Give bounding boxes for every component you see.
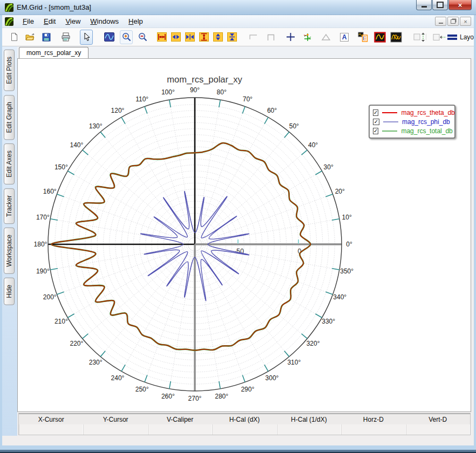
menu-help[interactable]: Help [124, 16, 148, 27]
angle-tick [50, 219, 58, 220]
multi-trace-button[interactable] [390, 30, 403, 44]
menu-edit[interactable]: Edit [39, 16, 60, 27]
angle-tick [145, 106, 147, 113]
mdi-restore-button[interactable] [447, 17, 459, 26]
save-button[interactable] [40, 30, 53, 44]
link-horizontal-button[interactable] [433, 30, 446, 44]
sidebar-tab-edit-plots[interactable]: Edit Plots [4, 50, 15, 91]
legend-row-mag-rcs-theta-db: ✓mag_rcs_theta_db [373, 108, 451, 117]
window-title: EM.Grid - [smom_tut3a] [17, 3, 91, 11]
svg-text:A: A [342, 33, 347, 41]
angle-label-280: 280° [215, 393, 228, 400]
angle-tick [315, 171, 322, 175]
legend-checkbox-mag-rcs-total-db[interactable]: ✓ [373, 128, 378, 134]
legend-row-mag-rcs-total-db: ✓mag_rcs_total_db [373, 126, 451, 135]
angle-label-0: 0° [346, 241, 352, 248]
angle-label-70: 70° [243, 95, 253, 103]
document-icon[interactable] [5, 17, 13, 26]
grid-spoke [145, 106, 193, 238]
angle-tick [50, 269, 58, 270]
plot-tab-mom-rcs-polar-xy[interactable]: mom_rcs_polar_xy [19, 47, 89, 58]
widen-x-button[interactable] [169, 30, 182, 44]
angle-tick [219, 381, 220, 389]
angle-label-260: 260° [161, 393, 175, 400]
zoom-out-button[interactable] [136, 30, 149, 44]
title-bar: EM.Grid - [smom_tut3a] × [0, 0, 476, 15]
zoom-in-button[interactable] [120, 30, 133, 44]
sidebar-tab-tracker[interactable]: Tracker [4, 188, 15, 224]
expand-x-button[interactable] [155, 30, 168, 44]
angle-tick [145, 375, 147, 382]
layout-button[interactable]: Layout [447, 33, 474, 41]
narrow-y-button[interactable] [226, 30, 239, 44]
sidebar-tab-workspace[interactable]: Workspace [4, 228, 15, 274]
region-select-button[interactable] [247, 30, 260, 44]
new-file-icon [10, 32, 19, 42]
status-column-h-cal-dx: H-Cal (dX) [212, 416, 276, 423]
sidebar-tab-edit-axes[interactable]: Edit Axes [4, 143, 15, 184]
open-file-button[interactable] [24, 30, 37, 44]
angle-tick [169, 381, 171, 389]
menu-view[interactable]: View [60, 16, 85, 27]
tracker-icon [303, 32, 312, 42]
chart-title: mom_rcs_polar_xy [167, 74, 242, 85]
rect-select-button[interactable] [264, 30, 277, 44]
new-file-button[interactable] [8, 30, 21, 44]
sidebar: Edit PlotsEdit GraphEdit AxesTrackerWork… [2, 46, 17, 436]
angle-tick [169, 100, 171, 107]
tracker-button[interactable] [301, 30, 314, 44]
single-trace-button[interactable] [373, 30, 386, 44]
angle-label-320: 320° [307, 340, 320, 347]
status-column-x-cursor: X-Cursor [19, 416, 83, 423]
narrow-x-button[interactable] [183, 30, 196, 44]
legend-editor-button[interactable] [356, 30, 369, 44]
angle-tick [57, 194, 64, 197]
sidebar-tab-edit-graph[interactable]: Edit Graph [4, 95, 15, 140]
plot-view-button[interactable] [103, 30, 115, 44]
angle-label-210: 210° [55, 318, 68, 325]
angle-tick [264, 117, 268, 123]
angle-tick [100, 132, 105, 138]
print-button[interactable] [59, 30, 72, 44]
angle-label-160: 160° [43, 188, 57, 195]
status-column-vert-d: Vert-D [406, 416, 470, 423]
pointer-tool-button[interactable] [80, 30, 93, 45]
widen-y-button[interactable] [212, 30, 225, 44]
angle-label-190: 190° [36, 267, 50, 275]
sidebar-tab-hide[interactable]: Hide [4, 278, 15, 305]
mdi-minimize-button[interactable] [435, 17, 446, 26]
legend-checkbox-mag-rcs-theta-db[interactable]: ✓ [373, 109, 378, 116]
angle-label-300: 300° [266, 374, 279, 382]
angle-tick [219, 100, 220, 107]
angle-label-340: 340° [333, 293, 346, 301]
series-mag-rcs-theta-db [51, 143, 310, 350]
restore-icon [437, 2, 444, 8]
angle-tick [83, 334, 89, 339]
minimize-button[interactable] [416, 0, 432, 10]
mdi-close-button[interactable]: × [460, 17, 471, 26]
grid-spoke [197, 250, 245, 382]
legend-checkbox-mag-rcs-phi-db[interactable]: ✓ [373, 119, 379, 125]
angle-tick [302, 334, 308, 339]
angle-tick [302, 150, 308, 155]
expand-y-button[interactable] [198, 30, 210, 44]
status-value-h-cal-1-dx [277, 424, 341, 435]
menu-windows[interactable]: Windows [85, 16, 124, 27]
link-vertical-button[interactable] [413, 30, 426, 44]
angle-label-240: 240° [111, 374, 125, 382]
angle-label-230: 230° [89, 359, 103, 366]
angle-tick [332, 219, 339, 220]
crosshair-button[interactable] [284, 30, 297, 44]
grid-spoke [200, 150, 307, 240]
angle-tick [264, 365, 268, 371]
text-label-button[interactable]: A [338, 30, 351, 44]
angle-label-90: 90° [190, 86, 200, 94]
plot-area[interactable]: -5000°10°20°30°40°50°60°70°80°90°100°110… [17, 58, 471, 412]
triangle-marker-button[interactable] [319, 30, 332, 44]
maximize-button[interactable] [432, 0, 448, 10]
status-column-y-cursor: Y-Cursor [83, 416, 147, 423]
close-button[interactable]: × [448, 0, 472, 10]
angle-label-270: 270° [188, 395, 202, 402]
menu-file[interactable]: File [18, 16, 39, 27]
angle-label-80: 80° [217, 88, 227, 96]
